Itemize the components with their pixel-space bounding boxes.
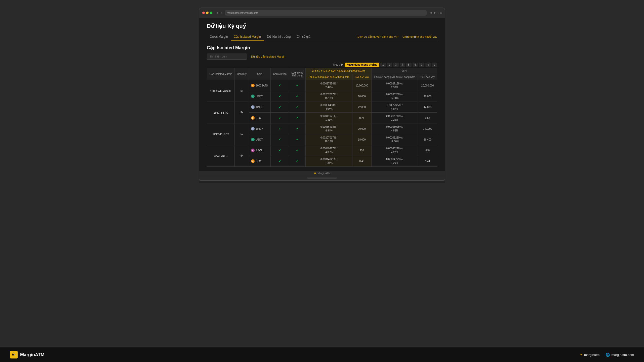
vip-label: Mức VIP: (333, 63, 344, 66)
rate-vip1: 0.00048229% /4.22% (371, 145, 418, 156)
menu-icon[interactable]: ≡ (440, 12, 442, 14)
limit-current: 10,000 (352, 91, 371, 102)
borrow-check: ✔ (289, 113, 306, 123)
coin-cell: S 1000SATS (249, 80, 270, 91)
rate-current: 0.00014921% /1.31% (306, 156, 352, 167)
telegram-link[interactable]: ✈ marginatm (580, 353, 599, 357)
leverage-cell: 5x (235, 123, 249, 145)
vip-btn-7[interactable]: 7 (419, 63, 424, 67)
nav-tabs-right: Dịch vụ đặc quyền dành cho VIP Chương tr… (357, 35, 437, 38)
table-row: 1000SATS/USDT 5x S 1000SATS ✔ ✔ 0.000278… (207, 80, 437, 91)
pair-cell: 1INCH/BTC (207, 102, 235, 123)
data-link[interactable]: Dữ liệu cặp Isolated Margin (251, 55, 285, 58)
rate-current: 0.00207017% /18.13% (306, 134, 352, 145)
coin-symbol: 1000SATS (256, 84, 268, 87)
website-link[interactable]: 🌐 marginatm.com (606, 353, 634, 357)
check-icon: ✔ (278, 116, 281, 120)
vip-btn-3[interactable]: 3 (393, 63, 399, 67)
coin-symbol: 1INCH (256, 127, 263, 130)
back-button[interactable]: ‹ (216, 11, 219, 15)
limit-vip1: 440 (418, 145, 437, 156)
brand-name: MarginATM (20, 352, 45, 357)
check-icon: ✔ (296, 95, 299, 98)
rate-current: 0.00056438% /4.94% (306, 123, 352, 134)
table-row: 1INCH/BTC 5x 1 1INCH ✔ ✔ 0.00056438% /4.… (207, 102, 437, 113)
tab-cross-margin[interactable]: Cross Margin (207, 33, 231, 41)
vip-btn-4[interactable]: 4 (400, 63, 405, 67)
laptop-stand (199, 181, 445, 183)
reload-icon[interactable]: ↺ (430, 12, 432, 14)
maximize-button[interactable] (210, 12, 212, 14)
limit-vip1: 20,000,000 (418, 80, 437, 91)
coin-cell: 1 1INCH (249, 102, 270, 113)
vip-btn-8[interactable]: 8 (425, 63, 431, 67)
coin-icon-btc: B (251, 116, 255, 120)
coin-cell: T USDT (249, 91, 270, 102)
th-rate-vip1: Lãi suất hàng giờ/Lãi suất hàng năm (371, 74, 418, 80)
check-icon: ✔ (296, 116, 299, 120)
limit-current: 18,000 (352, 134, 371, 145)
table-row: AAVE/BTC 5x A AAVE ✔ ✔ 0.00049467% /4.33… (207, 145, 437, 156)
brand-right: ✈ marginatm 🌐 marginatm.com (580, 353, 634, 357)
app-content: Dữ liệu Ký quỹ Cross Margin Cặp Isolated… (199, 18, 445, 176)
minimize-button[interactable] (206, 12, 209, 14)
check-icon: ✔ (278, 149, 281, 152)
rate-vip1: 0.00055025% /4.82% (371, 123, 418, 134)
coin-symbol: 1INCH (256, 106, 263, 109)
limit-current: 22,000 (352, 102, 371, 113)
screen-bottom-bar: 🏛 MarginATM (199, 171, 445, 176)
nav-tabs-left: Cross Margin Cặp Isolated Margin Dữ liệu… (207, 33, 313, 41)
rate-current: 0.00056438% /4.94% (306, 102, 352, 113)
bookmark-icon[interactable]: + (437, 12, 439, 14)
th-rate-current: Lãi suất hàng giờ/Lãi suất hàng năm (306, 74, 352, 80)
address-bar[interactable]: marginatm.com/margin-data (225, 10, 427, 16)
laptop-frame: ‹ › marginatm.com/margin-data ↺ ⬆ + ≡ Dữ… (0, 0, 644, 347)
telegram-label: marginatm (584, 353, 599, 357)
vip-btn-9[interactable]: 9 (432, 63, 437, 67)
coin-symbol: BTC (256, 160, 261, 163)
th-coin: Coin (249, 68, 270, 80)
borrower-program-link[interactable]: Chương trình cho người vay (403, 35, 437, 38)
rate-vip1: 0.00203250% /17.80% (371, 91, 418, 102)
pair-cell: AAVE/BTC (207, 145, 235, 167)
limit-current: 10,000,000 (352, 80, 371, 91)
vip-btn-5[interactable]: 5 (406, 63, 412, 67)
globe-icon: 🌐 (606, 353, 610, 357)
tab-isolated-margin[interactable]: Cặp Isolated Margin (231, 33, 264, 41)
limit-current: 70,000 (352, 123, 371, 134)
coin-cell: B BTC (249, 113, 270, 123)
check-icon: ✔ (296, 105, 299, 109)
transfer-check: ✔ (271, 123, 289, 134)
close-button[interactable] (202, 12, 205, 14)
vip-btn-1[interactable]: 1 (380, 63, 386, 67)
share-icon[interactable]: ⬆ (434, 12, 436, 14)
rate-vip1: 0.00014775% /1.29% (371, 113, 418, 123)
borrow-check: ✔ (289, 156, 306, 167)
vip-service-link[interactable]: Dịch vụ đặc quyền dành cho VIP (357, 35, 398, 38)
search-row: Dữ liệu cặp Isolated Margin (207, 54, 437, 60)
borrow-check: ✔ (289, 102, 306, 113)
th-limit-vip1: Giới hạn vay (418, 74, 437, 80)
leverage-cell: 5x (235, 145, 249, 167)
search-input[interactable] (207, 54, 247, 60)
limit-current: 220 (352, 145, 371, 156)
website-label: marginatm.com (611, 353, 634, 357)
limit-vip1: 140,000 (418, 123, 437, 134)
url-text: marginatm.com/margin-data (227, 12, 258, 14)
borrow-check: ✔ (289, 123, 306, 134)
tab-price-index[interactable]: Chỉ số giá (294, 33, 313, 41)
tab-market-data[interactable]: Dữ liệu thị trường (264, 33, 294, 41)
vip-btn-regular[interactable]: Người dùng thông thường (345, 63, 379, 67)
check-icon: ✔ (278, 95, 281, 98)
leverage-cell: 5x (235, 102, 249, 123)
app-header: Dữ liệu Ký quỹ Cross Margin Cặp Isolated… (199, 18, 445, 41)
laptop-base (199, 176, 445, 181)
browser-chrome: ‹ › marginatm.com/margin-data ↺ ⬆ + ≡ (199, 8, 445, 18)
vip-btn-2[interactable]: 2 (387, 63, 392, 67)
check-icon: ✔ (296, 159, 299, 163)
forward-button[interactable]: › (220, 11, 223, 15)
nav-tabs: Cross Margin Cặp Isolated Margin Dữ liệu… (207, 33, 437, 41)
page-title: Dữ liệu Ký quỹ (207, 23, 437, 29)
th-vip1: VIP1 (371, 68, 437, 74)
vip-btn-6[interactable]: 6 (413, 63, 418, 67)
